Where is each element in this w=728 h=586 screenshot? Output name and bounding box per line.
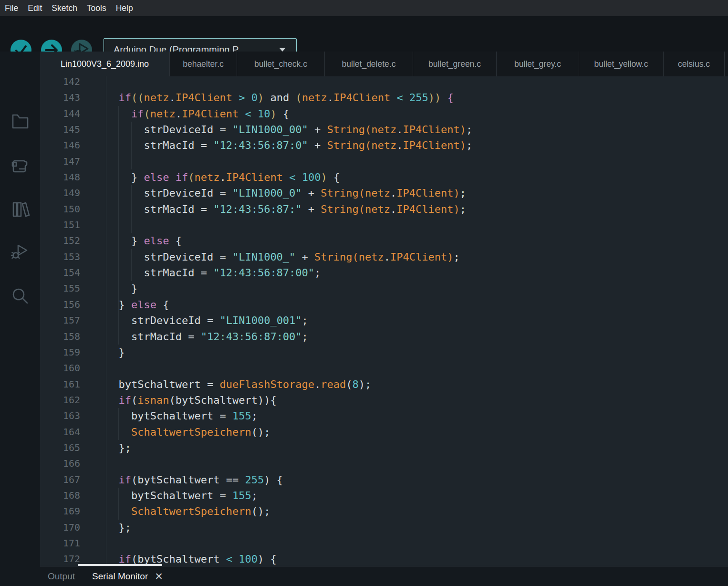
code-line-146[interactable]: 146 strMacId = "12:43:56:87:0" + String(…	[40, 137, 728, 153]
indent-guide	[118, 488, 119, 520]
line-number: 152	[40, 233, 80, 249]
code-line-144[interactable]: 144 if(netz.IP4Client < 10) {	[40, 106, 728, 122]
line-number: 169	[40, 503, 80, 519]
editor-tab-overflow[interactable]	[724, 52, 728, 76]
line-number: 168	[40, 488, 80, 503]
boards-manager-icon[interactable]	[9, 155, 31, 177]
code-line-158[interactable]: 158 strMacId = "12:43:56:87:00";	[40, 329, 728, 345]
line-number: 150	[40, 201, 80, 217]
line-number: 143	[40, 90, 80, 105]
line-number: 153	[40, 249, 80, 265]
code-line-163[interactable]: 163 bytSchaltwert = 155;	[40, 408, 728, 424]
line-number: 148	[40, 169, 80, 185]
code-line-164[interactable]: 164 SchaltwertSpeichern();	[40, 424, 728, 440]
code-line-155[interactable]: 155 }	[40, 281, 728, 296]
menu-item-file[interactable]: File	[5, 0, 18, 16]
menu-item-tools[interactable]: Tools	[87, 0, 106, 16]
code-line-148[interactable]: 148 } else if(netz.IP4Client < 100) {	[40, 169, 728, 185]
line-number: 144	[40, 106, 80, 122]
code-line-166[interactable]: 166	[40, 456, 728, 471]
line-number: 158	[40, 329, 80, 345]
code-line-168[interactable]: 168 bytSchaltwert = 155;	[40, 488, 728, 503]
search-icon[interactable]	[9, 285, 31, 307]
code-line-170[interactable]: 170 };	[40, 520, 728, 535]
sketchbook-folder-icon[interactable]	[9, 110, 31, 132]
line-number: 171	[40, 535, 80, 551]
code-line-151[interactable]: 151	[40, 217, 728, 233]
line-number: 159	[40, 345, 80, 360]
line-number: 167	[40, 472, 80, 488]
indent-guide	[131, 249, 132, 281]
editor-tab-bullet_delete.c[interactable]: bullet_delete.c	[324, 52, 413, 76]
line-number: 156	[40, 297, 80, 313]
editor-tab-behaelter.c[interactable]: behaelter.c	[169, 52, 237, 76]
code-line-169[interactable]: 169 SchaltwertSpeichern();	[40, 503, 728, 519]
code-line-154[interactable]: 154 strMacId = "12:43:56:87:00";	[40, 265, 728, 281]
code-line-145[interactable]: 145 strDeviceId = "LIN1000_00" + String(…	[40, 122, 728, 137]
code-line-165[interactable]: 165 };	[40, 440, 728, 456]
code-line-162[interactable]: 162 if(isnan(bytSchaltwert)){	[40, 392, 728, 408]
code-line-147[interactable]: 147	[40, 154, 728, 169]
editor-tab-bullet_green.c[interactable]: bullet_green.c	[413, 52, 496, 76]
line-number: 145	[40, 122, 80, 137]
code-line-160[interactable]: 160	[40, 360, 728, 376]
line-number: 170	[40, 520, 80, 535]
bottom-panel: Output Serial Monitor ✕	[0, 566, 728, 586]
indent-guide	[131, 185, 132, 233]
code-line-149[interactable]: 149 strDeviceId = "LIN1000_0" + String(n…	[40, 185, 728, 201]
line-number: 142	[40, 76, 80, 90]
menu-bar: FileEditSketchToolsHelp	[0, 0, 728, 16]
indent-guide	[131, 122, 132, 169]
line-number: 147	[40, 154, 80, 169]
line-number: 161	[40, 377, 80, 392]
close-icon[interactable]: ✕	[155, 571, 163, 581]
line-number: 162	[40, 392, 80, 408]
code-line-157[interactable]: 157 strDeviceId = "LIN1000_001";	[40, 313, 728, 328]
line-number: 172	[40, 551, 80, 566]
output-tab[interactable]: Output	[48, 571, 75, 582]
code-line-161[interactable]: 161 bytSchaltwert = dueFlashStorage.read…	[40, 377, 728, 392]
editor-tab-bullet_grey.c[interactable]: bullet_grey.c	[496, 52, 579, 76]
code-line-159[interactable]: 159 }	[40, 345, 728, 360]
debug-sidebar-icon[interactable]	[9, 241, 31, 263]
menu-item-sketch[interactable]: Sketch	[52, 0, 77, 16]
line-number: 151	[40, 217, 80, 233]
indent-guide	[118, 408, 119, 440]
menu-item-edit[interactable]: Edit	[28, 0, 42, 16]
line-number: 157	[40, 313, 80, 328]
line-number: 146	[40, 137, 80, 153]
library-manager-icon[interactable]	[9, 198, 31, 220]
code-line-156[interactable]: 156 } else {	[40, 297, 728, 313]
line-number: 166	[40, 456, 80, 471]
editor-tab-bullet_check.c[interactable]: bullet_check.c	[237, 52, 324, 76]
code-line-152[interactable]: 152 } else {	[40, 233, 728, 249]
line-number: 160	[40, 360, 80, 376]
activity-bar	[0, 52, 40, 586]
toolbar: Arduino Due (Programming P…	[0, 16, 728, 52]
indent-guide	[106, 76, 106, 566]
editor-tab-bullet_yellow.c[interactable]: bullet_yellow.c	[579, 52, 663, 76]
line-number: 164	[40, 424, 80, 440]
code-lines: 142143 if((netz.IP4Client > 0) and (netz…	[40, 76, 728, 566]
line-number: 163	[40, 408, 80, 424]
line-number: 165	[40, 440, 80, 456]
horizontal-scrollbar[interactable]	[78, 564, 162, 566]
indent-guide	[118, 106, 119, 345]
line-number: 155	[40, 281, 80, 296]
line-number: 154	[40, 265, 80, 281]
editor-tab-Lin1000V3_6_2009.ino[interactable]: Lin1000V3_6_2009.ino	[40, 52, 169, 76]
menu-item-help[interactable]: Help	[116, 0, 133, 16]
code-line-143[interactable]: 143 if((netz.IP4Client > 0) and (netz.IP…	[40, 90, 728, 105]
serial-monitor-tab[interactable]: Serial Monitor	[92, 571, 148, 582]
chevron-down-icon	[279, 48, 286, 52]
editor-tab-celsius.c[interactable]: celsius.c	[663, 52, 724, 76]
editor-tab-bar: Lin1000V3_6_2009.inobehaelter.cbullet_ch…	[40, 52, 728, 76]
code-line-150[interactable]: 150 strMacId = "12:43:56:87:" + String(n…	[40, 201, 728, 217]
code-line-142[interactable]: 142	[40, 76, 728, 90]
code-line-171[interactable]: 171	[40, 535, 728, 551]
code-editor[interactable]: 142143 if((netz.IP4Client > 0) and (netz…	[40, 76, 728, 566]
line-number: 149	[40, 185, 80, 201]
code-line-153[interactable]: 153 strDeviceId = "LIN1000_" + String(ne…	[40, 249, 728, 265]
code-line-167[interactable]: 167 if(bytSchaltwert == 255) {	[40, 472, 728, 488]
